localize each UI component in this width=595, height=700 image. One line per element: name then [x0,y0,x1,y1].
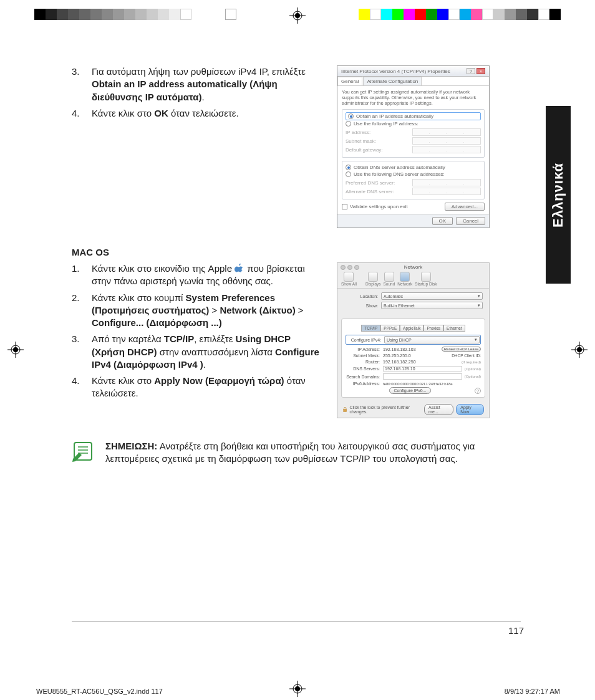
tabs: TCP/IPPPPoEAppleTalkProxiesEthernet [346,325,481,332]
dialog-note: You can get IP settings assigned automat… [342,89,485,106]
mac-instructions: 1. Κάντε κλικ στο εικονίδιο της Apple πο… [72,262,324,418]
help-icon: ? [467,68,475,74]
sound-icon [384,272,394,282]
dialog-title: Network [337,264,489,270]
indd-filename: WEU8555_RT-AC56U_QSG_v2.indd 117 [36,688,163,695]
mac-step-1: 1. Κάντε κλικ στο εικονίδιο της Apple πο… [72,262,324,288]
tab-alternate: Alternate Configuration [363,77,422,85]
toolbar: Show All Displays Sound Network Startup … [337,270,489,289]
help-icon: ? [475,388,481,394]
lock-icon [342,407,347,413]
win-step-3: 3. Για αυτόματη λήψη των ρυθμίσεων iPv4 … [72,65,324,103]
displays-icon [368,272,378,282]
ok-button: OK [432,217,453,225]
cancel-button: Cancel [456,217,485,225]
tab-general: General [337,77,362,85]
content-area: 3. Για αυτόματη λήψη των ρυθμίσεων iPv4 … [72,65,521,466]
note-text: Ανατρέξτε στη βοήθεια και υποστήριξη του… [105,441,475,464]
mac-step-2: 2. Κάντε κλικ στο κουμπί System Preferen… [72,292,324,330]
radio-use-dns: Use the following DNS server addresses: [346,171,481,178]
configure-ipv6-button: Configure IPv6... [389,387,430,394]
note-icon [72,440,94,463]
windows-instructions: 3. Για αυτόματη λήψη των ρυθμίσεων iPv4 … [72,65,324,228]
dialog-title: Internet Protocol Version 4 (TCP/IPv4) P… [341,69,450,74]
network-icon [400,272,410,282]
renew-dhcp-button: Renew DHCP Lease [442,347,481,352]
colorbar-right [359,9,561,20]
close-icon: × [476,68,485,74]
radio-use-ip: Use the following IP address: [346,120,481,127]
window-controls: ?× [465,68,485,74]
mac-os-heading: MAC OS [72,247,521,257]
lock-row: Click the lock to prevent further change… [342,405,424,414]
win-step-4: 4. Κάντε κλικ στο OK όταν τελειώσετε. [72,107,324,120]
configure-ipv4-select: Using DHCP▾ [384,336,480,343]
language-thumb-tab: Ελληνικά [546,106,571,284]
assist-button: Assist me... [424,404,453,415]
show-select: Built-in Ethernet▾ [381,302,483,309]
registration-mark-icon [571,342,588,358]
registration-mark-icon [7,342,24,358]
showall-icon [344,272,354,282]
registration-mark-icon [289,7,306,24]
location-select: Automatic▾ [381,292,483,300]
page-number: 117 [508,625,524,636]
print-footer: WEU8555_RT-AC56U_QSG_v2.indd 117 8/9/13 … [36,688,560,695]
windows-ipv4-dialog-figure: Internet Protocol Version 4 (TCP/IPv4) P… [337,65,490,228]
page: Ελληνικά 3. Για αυτόματη λήψη των ρυθμίσ… [25,44,571,670]
note-box: ΣΗΜΕΙΩΣΗ: Ανατρέξτε στη βοήθεια και υποσ… [72,440,521,466]
radio-obtain-ip-auto: Obtain an IP address automatically [346,112,481,120]
mac-step-3: 3. Από την καρτέλα TCP/IP, επιλέξτε Usin… [72,333,324,371]
advanced-button: Advanced... [445,203,485,211]
mac-network-dialog-figure: Network Show All Displays Sound Network … [337,262,490,418]
indd-timestamp: 8/9/13 9:27:17 AM [505,688,560,695]
footer-divider [72,621,521,621]
apply-now-button: Apply Now [456,404,484,415]
startup-icon [421,272,431,282]
apple-logo-icon [235,263,244,273]
note-label: ΣΗΜΕΙΩΣΗ: [105,441,157,451]
checkbox-validate: Validate settings upon exit [342,204,408,209]
svg-rect-16 [344,409,347,411]
mac-step-4: 4. Κάντε κλικ στο Apply Now (Εφαρμογή τώ… [72,375,324,400]
radio-obtain-dns-auto: Obtain DNS server address automatically [346,164,481,171]
colorbar-left [34,9,236,20]
